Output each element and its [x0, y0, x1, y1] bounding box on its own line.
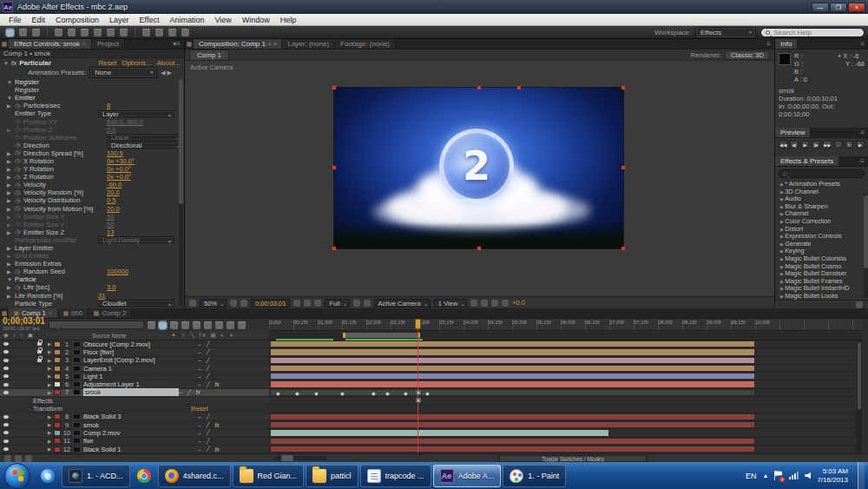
selection-handle[interactable]	[332, 166, 336, 169]
show-snapshot-icon[interactable]	[304, 300, 311, 307]
lock-icon[interactable]	[37, 350, 42, 354]
layer-row[interactable]: ▶ 6 Adjustment Layer 1 ‒ ╱ fx	[0, 380, 269, 388]
twirl-icon[interactable]: ▶	[7, 206, 15, 212]
layer-row[interactable]: ▶ 5 Light 1 ‒ ╱ fx	[0, 373, 269, 380]
effect-property-row[interactable]: ▶ ◷ Emitter Size Z 13	[0, 228, 178, 236]
taskbar-button[interactable]: 1. - Paint	[503, 465, 566, 487]
tab-layer[interactable]: Layer: (none)	[282, 39, 335, 49]
layer-duration-bar[interactable]	[271, 358, 754, 363]
eye-icon[interactable]	[3, 342, 9, 346]
layer-twirl-icon[interactable]: ▶	[45, 373, 54, 379]
transform-reset-link[interactable]: Reset	[191, 405, 269, 413]
composition-mini-flowchart-icon[interactable]	[148, 321, 155, 329]
layer-twirl-icon[interactable]: ▶	[45, 430, 54, 435]
pixel-aspect-icon[interactable]	[470, 300, 477, 307]
collapse-switch[interactable]: ‒	[198, 357, 201, 363]
twirl-icon[interactable]: ▶	[7, 150, 15, 156]
collapse-switch[interactable]: ‒	[198, 430, 201, 436]
menu-item[interactable]: Window	[237, 16, 275, 24]
collapse-switch[interactable]: ‒	[198, 381, 201, 387]
taskbar-button[interactable]: patticl	[306, 465, 358, 487]
tab-footage[interactable]: Footage: (none)	[335, 39, 396, 49]
layer-name[interactable]: Adjustment Layer 1	[83, 380, 198, 388]
clock[interactable]: 5:03 AM 7/16/2013	[817, 467, 848, 485]
twirl-icon[interactable]: ▶	[7, 166, 15, 172]
selection-handle[interactable]	[477, 247, 481, 250]
twirl-icon[interactable]: ▶	[7, 174, 15, 180]
effect-property-row[interactable]: ▶ ◷ Random Seed 100000	[0, 268, 178, 275]
tab-timeline-000[interactable]: 000	[58, 308, 89, 318]
stopwatch-icon[interactable]: ◷	[15, 221, 23, 228]
stopwatch-icon[interactable]: ◷	[15, 102, 23, 109]
snapshot-icon[interactable]	[293, 300, 300, 307]
selection-handle[interactable]	[621, 86, 625, 89]
property-value[interactable]: -60.0	[107, 181, 122, 188]
panel-menu-icon[interactable]: ≡	[857, 157, 868, 165]
twirl-icon[interactable]: ▶	[7, 284, 15, 290]
effect-property-row[interactable]: ▶ ◷ Position Z 0.0	[0, 126, 178, 134]
twirl-icon[interactable]: ▼	[7, 80, 15, 85]
tab-project[interactable]: Project	[92, 39, 125, 49]
keyframe-icon[interactable]: ◆	[372, 390, 376, 396]
panel-menu-icon[interactable]: ≡	[763, 40, 774, 48]
auto-keyframe-icon[interactable]	[227, 321, 234, 329]
layer-name[interactable]: Light 1	[83, 373, 198, 380]
layer-twirl-icon[interactable]: ▶	[45, 439, 54, 444]
effect-property-row[interactable]: ▶ ◷ Particles/sec 8	[0, 102, 178, 109]
panel-menu-icon[interactable]: ≡	[857, 129, 868, 136]
effect-property-row[interactable]: ▼ ◷ Particle	[0, 275, 178, 283]
options-link[interactable]: Options...	[122, 59, 151, 67]
effect-property-row[interactable]: ▶ ◷ Direction Spread [%] 100.5	[0, 149, 178, 157]
collapse-switch[interactable]: ‒	[198, 341, 201, 347]
collapse-switch[interactable]: ‒	[198, 366, 201, 372]
taskbar-button[interactable]	[132, 465, 156, 487]
stopwatch-icon[interactable]: ◷	[15, 228, 23, 235]
new-folder-icon[interactable]	[856, 301, 863, 308]
menu-item[interactable]: Composition	[50, 16, 104, 24]
scrollbar[interactable]	[179, 79, 183, 307]
layer-duration-bar[interactable]	[271, 430, 608, 435]
exposure-value[interactable]: +0.0	[512, 299, 525, 307]
layer-row[interactable]: ▶ 12 Black Solid 1 ‒ ╱ fx	[0, 446, 269, 453]
type-tool-icon[interactable]	[120, 29, 128, 36]
quality-switch[interactable]: ╱	[207, 421, 210, 428]
selection-tool-icon[interactable]	[6, 29, 14, 36]
keyframe-icon[interactable]: ◆	[425, 390, 430, 396]
tab-effect-controls[interactable]: Effect Controls: smok×	[9, 39, 92, 49]
layer-color-swatch[interactable]	[54, 381, 61, 387]
timeline-zoom-slider[interactable]	[274, 456, 326, 460]
twirl-icon[interactable]: ▼	[7, 277, 15, 282]
eye-icon[interactable]	[3, 439, 9, 443]
fx-switch[interactable]: fx	[215, 446, 220, 453]
property-value[interactable]: Light Density	[98, 236, 174, 243]
property-value[interactable]: 8	[107, 102, 110, 109]
pan-behind-tool-icon[interactable]	[81, 29, 89, 36]
property-value[interactable]: 50	[107, 213, 114, 221]
layer-name[interactable]: Obscure [Comp 2.mov]	[83, 340, 198, 348]
live-update-icon[interactable]	[159, 321, 167, 329]
twirl-icon[interactable]: ▶	[7, 293, 15, 299]
puppet-tool-icon[interactable]	[181, 29, 189, 36]
property-value[interactable]: 50	[107, 221, 114, 228]
keyframe-marker-icon[interactable]: Ӿ	[416, 398, 421, 403]
effects-search-input[interactable]	[790, 168, 860, 181]
tab-info[interactable]: Info	[775, 39, 798, 49]
layer-name[interactable]: Floor [flwr]	[83, 348, 198, 356]
reset-link[interactable]: Reset	[98, 59, 116, 67]
stopwatch-icon[interactable]: ◷	[15, 126, 23, 133]
stopwatch-icon[interactable]: ◷	[15, 118, 23, 125]
twirl-icon[interactable]: ▶	[7, 214, 15, 220]
collapse-switch[interactable]: ‒	[179, 389, 182, 395]
fast-previews-icon[interactable]	[481, 300, 488, 307]
expand-layers-icon[interactable]	[4, 455, 11, 462]
work-area-bar[interactable]	[343, 333, 420, 338]
keyframe-icon[interactable]: ◆	[314, 390, 319, 396]
layer-row[interactable]: ▶ 10 Comp 2.mov ‒ ╱ fx	[0, 429, 269, 437]
viewer-timecode[interactable]: 0;00;03;01	[251, 299, 290, 307]
effect-property-row[interactable]: ▶ ◷ Emitter Size X 50	[0, 213, 178, 221]
effect-property-row[interactable]: ▶ ◷ Y Rotation 0x +0.0°	[0, 165, 178, 173]
eraser-tool-icon[interactable]	[168, 29, 176, 36]
stopwatch-icon[interactable]: ◷	[15, 268, 23, 275]
twirl-icon[interactable]: ▶	[7, 158, 15, 164]
layer-row[interactable]: ▶ 11 flwr ‒ ╱ fx	[0, 438, 269, 446]
